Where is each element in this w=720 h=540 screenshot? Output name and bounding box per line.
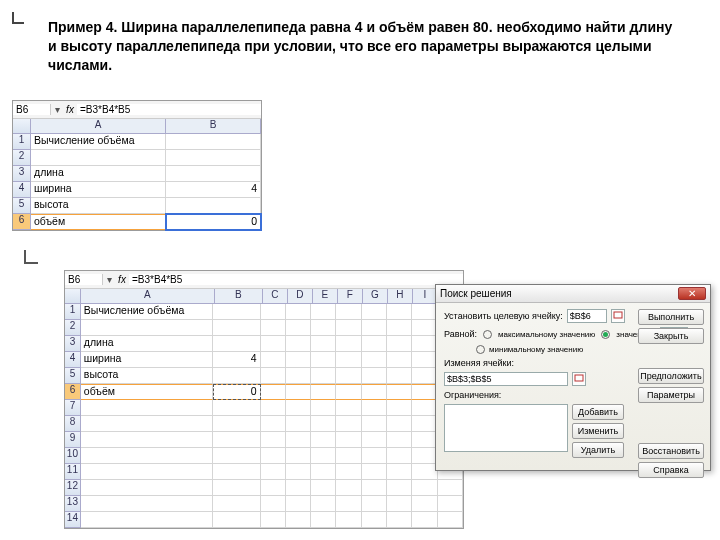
run-button[interactable]: Выполнить [638, 309, 704, 325]
cell[interactable] [387, 368, 412, 384]
row-header[interactable]: 10 [65, 448, 81, 464]
cell[interactable] [213, 336, 261, 352]
cell[interactable] [31, 150, 166, 166]
cell[interactable]: объём [31, 214, 166, 230]
col-header[interactable]: B [215, 289, 263, 303]
cell[interactable] [213, 304, 261, 320]
cell[interactable] [438, 496, 463, 512]
edit-button[interactable]: Изменить [572, 423, 624, 439]
name-box-dropdown-icon[interactable]: ▾ [51, 104, 63, 115]
cell-selected[interactable]: 0 [166, 214, 261, 230]
cell[interactable] [261, 464, 286, 480]
cell[interactable] [261, 512, 286, 528]
cell[interactable] [286, 320, 311, 336]
cell[interactable] [362, 336, 387, 352]
col-header-a[interactable]: A [31, 119, 166, 133]
cell[interactable] [336, 448, 361, 464]
cell[interactable] [81, 464, 213, 480]
cell[interactable]: Вычисление объёма [31, 134, 166, 150]
range-picker-icon[interactable] [611, 309, 625, 323]
row-header[interactable]: 11 [65, 464, 81, 480]
cell[interactable] [261, 400, 286, 416]
add-button[interactable]: Добавить [572, 404, 624, 420]
col-header-b[interactable]: B [166, 119, 261, 133]
cell[interactable] [412, 304, 437, 320]
cell[interactable] [213, 368, 261, 384]
cell[interactable] [213, 416, 261, 432]
col-header[interactable]: H [388, 289, 413, 303]
cell[interactable] [166, 198, 261, 214]
cell[interactable] [336, 464, 361, 480]
cell[interactable] [387, 416, 412, 432]
cell[interactable] [311, 448, 336, 464]
help-button[interactable]: Справка [638, 462, 704, 478]
cell[interactable] [213, 400, 261, 416]
cell[interactable] [311, 416, 336, 432]
cell[interactable] [286, 480, 311, 496]
cell[interactable] [261, 384, 286, 400]
changing-cells-input[interactable] [444, 372, 568, 386]
cell[interactable] [286, 400, 311, 416]
col-header[interactable]: C [263, 289, 288, 303]
cell[interactable] [362, 464, 387, 480]
cell[interactable] [387, 464, 412, 480]
cell[interactable] [311, 432, 336, 448]
cell[interactable] [336, 432, 361, 448]
cell[interactable] [261, 304, 286, 320]
cell[interactable] [336, 368, 361, 384]
cell[interactable] [81, 496, 213, 512]
cell[interactable] [261, 480, 286, 496]
cell[interactable] [213, 448, 261, 464]
cell[interactable] [261, 416, 286, 432]
row-header[interactable]: 13 [65, 496, 81, 512]
cell[interactable]: длина [31, 166, 166, 182]
cell[interactable] [362, 448, 387, 464]
cell[interactable] [362, 480, 387, 496]
cell[interactable] [412, 448, 437, 464]
radio-max[interactable] [483, 330, 492, 339]
cell[interactable] [311, 496, 336, 512]
cell[interactable] [387, 496, 412, 512]
row-header[interactable]: 1 [13, 134, 31, 150]
cell[interactable] [336, 400, 361, 416]
row-header[interactable]: 3 [65, 336, 81, 352]
cell[interactable] [286, 496, 311, 512]
cell[interactable] [286, 304, 311, 320]
cell[interactable] [81, 400, 213, 416]
cell[interactable]: 0 [213, 384, 261, 400]
cell[interactable] [412, 480, 437, 496]
close-button[interactable]: Закрыть [638, 328, 704, 344]
cell[interactable]: ширина [31, 182, 166, 198]
cell[interactable] [412, 464, 437, 480]
cell[interactable] [311, 464, 336, 480]
cell[interactable] [311, 512, 336, 528]
cell[interactable] [412, 416, 437, 432]
cell[interactable] [362, 432, 387, 448]
cell[interactable] [166, 166, 261, 182]
cell[interactable] [311, 352, 336, 368]
cell[interactable] [387, 352, 412, 368]
cell[interactable] [336, 416, 361, 432]
cell[interactable] [311, 480, 336, 496]
col-header[interactable]: A [81, 289, 215, 303]
cell[interactable] [362, 512, 387, 528]
cell[interactable] [362, 368, 387, 384]
cell[interactable]: высота [81, 368, 213, 384]
cell[interactable] [311, 368, 336, 384]
row-header[interactable]: 7 [65, 400, 81, 416]
cell[interactable] [81, 480, 213, 496]
guess-button[interactable]: Предположить [638, 368, 704, 384]
cell[interactable] [286, 384, 311, 400]
cell[interactable] [336, 320, 361, 336]
cell[interactable] [336, 304, 361, 320]
dialog-titlebar[interactable]: Поиск решения ✕ [436, 285, 710, 303]
row-header[interactable]: 9 [65, 432, 81, 448]
cell[interactable]: высота [31, 198, 166, 214]
cell[interactable] [336, 512, 361, 528]
cell[interactable] [213, 432, 261, 448]
cell[interactable] [387, 432, 412, 448]
col-header[interactable]: G [363, 289, 388, 303]
row-header[interactable]: 4 [13, 182, 31, 198]
cell[interactable] [311, 304, 336, 320]
formula-input[interactable]: =B3*B4*B5 [129, 274, 463, 285]
